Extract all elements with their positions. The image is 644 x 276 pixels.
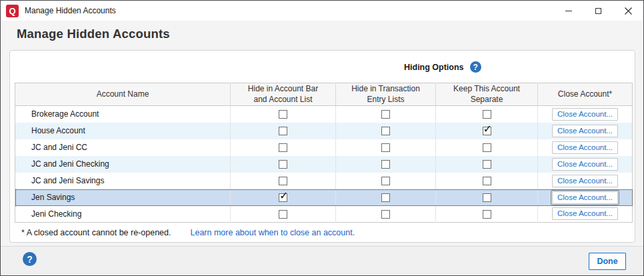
help-icon[interactable]: ? [23, 252, 37, 266]
hide-in-transaction-lists-checkbox[interactable] [381, 110, 390, 119]
keep-separate-checkbox[interactable] [483, 210, 491, 219]
close-account-button[interactable]: Close Account... [552, 175, 618, 187]
window-title: Manage Hidden Accounts [25, 6, 116, 15]
account-name: Brokerage Account [15, 106, 231, 123]
column-header-keep-separate: Keep This Account Separate [436, 83, 538, 106]
caption-buttons [553, 1, 643, 21]
accounts-panel: Hiding Options ? Account Name Hide in Ac… [9, 50, 635, 243]
account-name: Jeni Checking [15, 206, 231, 223]
minimize-icon [565, 11, 572, 11]
hide-in-account-bar-checkbox[interactable] [279, 160, 287, 169]
keep-separate-checkbox[interactable] [483, 143, 491, 152]
minimize-button[interactable] [553, 1, 583, 21]
table-row[interactable]: JC and Jeni Savings Close Account... [15, 173, 633, 189]
hide-in-transaction-lists-checkbox[interactable] [381, 210, 390, 219]
close-button[interactable] [613, 1, 643, 21]
hidden-accounts-table: Account Name Hide in Account Bar and Acc… [15, 83, 633, 223]
table-row-selected[interactable]: Jen Savings Close Account... [15, 189, 633, 206]
hide-in-account-bar-checkbox[interactable] [279, 193, 287, 202]
footnote-text: * A closed account cannot be re-opened. [21, 228, 171, 237]
keep-separate-checkbox[interactable] [483, 177, 491, 185]
hide-in-transaction-lists-checkbox[interactable] [381, 160, 390, 169]
table-row[interactable]: Brokerage Account Close Account... [15, 106, 633, 123]
account-name: JC and Jeni Savings [15, 173, 231, 189]
close-icon [625, 7, 632, 15]
account-name: JC and Jeni Checking [15, 156, 231, 173]
quicken-logo-icon: Q [6, 5, 19, 17]
hide-in-account-bar-checkbox[interactable] [279, 210, 287, 219]
table-row[interactable]: JC and Jeni CC Close Account... [15, 139, 633, 156]
bottom-bar: ? Done [1, 246, 643, 275]
hiding-options-label: Hiding Options [404, 63, 464, 72]
account-name: Jen Savings [15, 189, 231, 206]
column-header-account-name: Account Name [15, 83, 231, 106]
hiding-options-header: Hiding Options ? [404, 61, 481, 73]
keep-separate-checkbox[interactable] [483, 110, 491, 119]
column-header-close-account: Close Account* [538, 83, 633, 106]
maximize-button[interactable] [583, 1, 613, 21]
close-account-button[interactable]: Close Account... [552, 108, 618, 121]
footnote: * A closed account cannot be re-opened. … [21, 228, 355, 237]
hide-in-transaction-lists-checkbox[interactable] [381, 143, 390, 152]
keep-separate-checkbox[interactable] [483, 160, 491, 169]
hide-in-account-bar-checkbox[interactable] [279, 127, 287, 135]
hide-in-account-bar-checkbox[interactable] [279, 177, 287, 185]
hiding-options-help-icon[interactable]: ? [470, 61, 481, 73]
done-button[interactable]: Done [589, 253, 626, 270]
column-header-hide-transaction-lists: Hide in Transaction Entry Lists [336, 83, 436, 106]
close-account-button[interactable]: Close Account... [552, 158, 618, 171]
keep-separate-checkbox[interactable] [483, 193, 491, 202]
hide-in-account-bar-checkbox[interactable] [279, 143, 287, 152]
hide-in-transaction-lists-checkbox[interactable] [381, 127, 390, 135]
keep-separate-checkbox[interactable] [483, 127, 491, 135]
manage-hidden-accounts-dialog: Q Manage Hidden Accounts Manage Hidden A… [0, 0, 644, 276]
learn-more-link[interactable]: Learn more about when to close an accoun… [190, 228, 355, 237]
column-header-hide-account-bar: Hide in Account Bar and Account List [231, 83, 336, 106]
titlebar: Q Manage Hidden Accounts [1, 1, 643, 21]
hide-in-transaction-lists-checkbox[interactable] [381, 193, 390, 202]
close-account-button[interactable]: Close Account... [552, 125, 618, 137]
close-account-button[interactable]: Close Account... [552, 207, 618, 220]
table-header-row: Account Name Hide in Account Bar and Acc… [15, 83, 633, 106]
table-row[interactable]: JC and Jeni Checking Close Account... [15, 156, 633, 173]
account-name: JC and Jeni CC [15, 139, 231, 156]
hide-in-account-bar-checkbox[interactable] [279, 110, 287, 119]
maximize-icon [595, 8, 601, 14]
table-row[interactable]: Jeni Checking Close Account... [15, 206, 633, 223]
account-name: House Account [15, 123, 231, 139]
page-title: Manage Hidden Accounts [17, 27, 170, 41]
close-account-button[interactable]: Close Account... [552, 191, 618, 204]
hide-in-transaction-lists-checkbox[interactable] [381, 177, 390, 185]
close-account-button[interactable]: Close Account... [552, 141, 618, 154]
table-row[interactable]: House Account Close Account... [15, 123, 633, 139]
